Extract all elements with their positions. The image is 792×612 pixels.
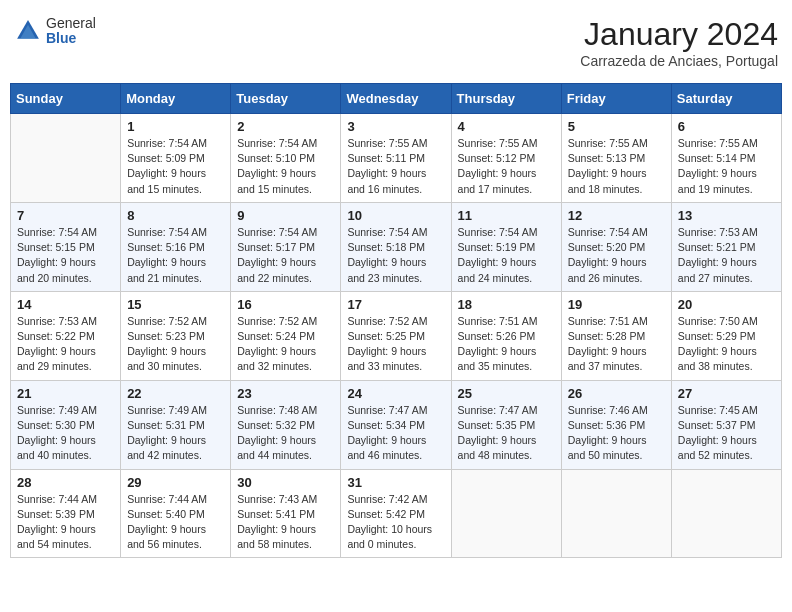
day-info: Sunrise: 7:52 AM Sunset: 5:25 PM Dayligh… [347,314,444,375]
sunset-text: Sunset: 5:31 PM [127,419,205,431]
calendar-cell [11,114,121,203]
header-row: Sunday Monday Tuesday Wednesday Thursday… [11,84,782,114]
daylight-text: Daylight: 9 hours and 33 minutes. [347,345,426,372]
sunset-text: Sunset: 5:09 PM [127,152,205,164]
day-number: 5 [568,119,665,134]
day-info: Sunrise: 7:55 AM Sunset: 5:12 PM Dayligh… [458,136,555,197]
day-info: Sunrise: 7:54 AM Sunset: 5:09 PM Dayligh… [127,136,224,197]
sunrise-text: Sunrise: 7:52 AM [127,315,207,327]
daylight-text: Daylight: 9 hours and 40 minutes. [17,434,96,461]
col-saturday: Saturday [671,84,781,114]
sunrise-text: Sunrise: 7:54 AM [458,226,538,238]
calendar-cell: 14 Sunrise: 7:53 AM Sunset: 5:22 PM Dayl… [11,291,121,380]
day-info: Sunrise: 7:45 AM Sunset: 5:37 PM Dayligh… [678,403,775,464]
month-title: January 2024 [580,16,778,53]
day-info: Sunrise: 7:43 AM Sunset: 5:41 PM Dayligh… [237,492,334,553]
calendar-week-1: 1 Sunrise: 7:54 AM Sunset: 5:09 PM Dayli… [11,114,782,203]
sunrise-text: Sunrise: 7:54 AM [127,137,207,149]
sunset-text: Sunset: 5:34 PM [347,419,425,431]
sunrise-text: Sunrise: 7:54 AM [568,226,648,238]
day-info: Sunrise: 7:54 AM Sunset: 5:15 PM Dayligh… [17,225,114,286]
calendar-cell: 11 Sunrise: 7:54 AM Sunset: 5:19 PM Dayl… [451,202,561,291]
calendar-cell: 28 Sunrise: 7:44 AM Sunset: 5:39 PM Dayl… [11,469,121,558]
sunrise-text: Sunrise: 7:55 AM [678,137,758,149]
calendar-cell: 7 Sunrise: 7:54 AM Sunset: 5:15 PM Dayli… [11,202,121,291]
calendar-cell: 9 Sunrise: 7:54 AM Sunset: 5:17 PM Dayli… [231,202,341,291]
daylight-text: Daylight: 9 hours and 46 minutes. [347,434,426,461]
calendar-cell: 10 Sunrise: 7:54 AM Sunset: 5:18 PM Dayl… [341,202,451,291]
calendar-cell: 19 Sunrise: 7:51 AM Sunset: 5:28 PM Dayl… [561,291,671,380]
sunset-text: Sunset: 5:13 PM [568,152,646,164]
day-info: Sunrise: 7:52 AM Sunset: 5:23 PM Dayligh… [127,314,224,375]
daylight-text: Daylight: 9 hours and 17 minutes. [458,167,537,194]
sunrise-text: Sunrise: 7:50 AM [678,315,758,327]
day-number: 18 [458,297,555,312]
daylight-text: Daylight: 9 hours and 54 minutes. [17,523,96,550]
day-number: 27 [678,386,775,401]
sunrise-text: Sunrise: 7:45 AM [678,404,758,416]
calendar-cell: 2 Sunrise: 7:54 AM Sunset: 5:10 PM Dayli… [231,114,341,203]
calendar-cell: 6 Sunrise: 7:55 AM Sunset: 5:14 PM Dayli… [671,114,781,203]
logo-icon [14,17,42,45]
calendar-cell: 17 Sunrise: 7:52 AM Sunset: 5:25 PM Dayl… [341,291,451,380]
sunrise-text: Sunrise: 7:54 AM [347,226,427,238]
calendar-cell [671,469,781,558]
day-info: Sunrise: 7:54 AM Sunset: 5:17 PM Dayligh… [237,225,334,286]
day-info: Sunrise: 7:51 AM Sunset: 5:26 PM Dayligh… [458,314,555,375]
daylight-text: Daylight: 9 hours and 27 minutes. [678,256,757,283]
day-info: Sunrise: 7:54 AM Sunset: 5:20 PM Dayligh… [568,225,665,286]
calendar-week-2: 7 Sunrise: 7:54 AM Sunset: 5:15 PM Dayli… [11,202,782,291]
day-number: 15 [127,297,224,312]
sunset-text: Sunset: 5:42 PM [347,508,425,520]
calendar-body: 1 Sunrise: 7:54 AM Sunset: 5:09 PM Dayli… [11,114,782,558]
sunset-text: Sunset: 5:40 PM [127,508,205,520]
col-tuesday: Tuesday [231,84,341,114]
daylight-text: Daylight: 10 hours and 0 minutes. [347,523,432,550]
sunrise-text: Sunrise: 7:48 AM [237,404,317,416]
day-number: 7 [17,208,114,223]
sunrise-text: Sunrise: 7:51 AM [458,315,538,327]
sunset-text: Sunset: 5:37 PM [678,419,756,431]
daylight-text: Daylight: 9 hours and 52 minutes. [678,434,757,461]
sunset-text: Sunset: 5:30 PM [17,419,95,431]
sunset-text: Sunset: 5:22 PM [17,330,95,342]
calendar-week-4: 21 Sunrise: 7:49 AM Sunset: 5:30 PM Dayl… [11,380,782,469]
calendar-cell [451,469,561,558]
sunrise-text: Sunrise: 7:54 AM [17,226,97,238]
sunset-text: Sunset: 5:41 PM [237,508,315,520]
daylight-text: Daylight: 9 hours and 19 minutes. [678,167,757,194]
sunset-text: Sunset: 5:26 PM [458,330,536,342]
day-number: 13 [678,208,775,223]
day-number: 29 [127,475,224,490]
calendar-cell: 1 Sunrise: 7:54 AM Sunset: 5:09 PM Dayli… [121,114,231,203]
day-number: 31 [347,475,444,490]
title-block: January 2024 Carrazeda de Anciaes, Portu… [580,16,778,69]
day-number: 9 [237,208,334,223]
sunset-text: Sunset: 5:10 PM [237,152,315,164]
day-info: Sunrise: 7:51 AM Sunset: 5:28 PM Dayligh… [568,314,665,375]
day-number: 16 [237,297,334,312]
daylight-text: Daylight: 9 hours and 50 minutes. [568,434,647,461]
sunset-text: Sunset: 5:36 PM [568,419,646,431]
calendar-cell: 22 Sunrise: 7:49 AM Sunset: 5:31 PM Dayl… [121,380,231,469]
day-info: Sunrise: 7:55 AM Sunset: 5:11 PM Dayligh… [347,136,444,197]
sunset-text: Sunset: 5:15 PM [17,241,95,253]
day-number: 4 [458,119,555,134]
day-info: Sunrise: 7:50 AM Sunset: 5:29 PM Dayligh… [678,314,775,375]
sunrise-text: Sunrise: 7:46 AM [568,404,648,416]
daylight-text: Daylight: 9 hours and 38 minutes. [678,345,757,372]
logo-general-text: General [46,16,96,31]
sunrise-text: Sunrise: 7:53 AM [678,226,758,238]
day-number: 8 [127,208,224,223]
calendar-cell: 20 Sunrise: 7:50 AM Sunset: 5:29 PM Dayl… [671,291,781,380]
calendar-week-3: 14 Sunrise: 7:53 AM Sunset: 5:22 PM Dayl… [11,291,782,380]
sunrise-text: Sunrise: 7:49 AM [17,404,97,416]
calendar-week-5: 28 Sunrise: 7:44 AM Sunset: 5:39 PM Dayl… [11,469,782,558]
day-info: Sunrise: 7:49 AM Sunset: 5:31 PM Dayligh… [127,403,224,464]
sunrise-text: Sunrise: 7:49 AM [127,404,207,416]
daylight-text: Daylight: 9 hours and 15 minutes. [127,167,206,194]
daylight-text: Daylight: 9 hours and 22 minutes. [237,256,316,283]
day-number: 20 [678,297,775,312]
day-info: Sunrise: 7:53 AM Sunset: 5:21 PM Dayligh… [678,225,775,286]
daylight-text: Daylight: 9 hours and 44 minutes. [237,434,316,461]
